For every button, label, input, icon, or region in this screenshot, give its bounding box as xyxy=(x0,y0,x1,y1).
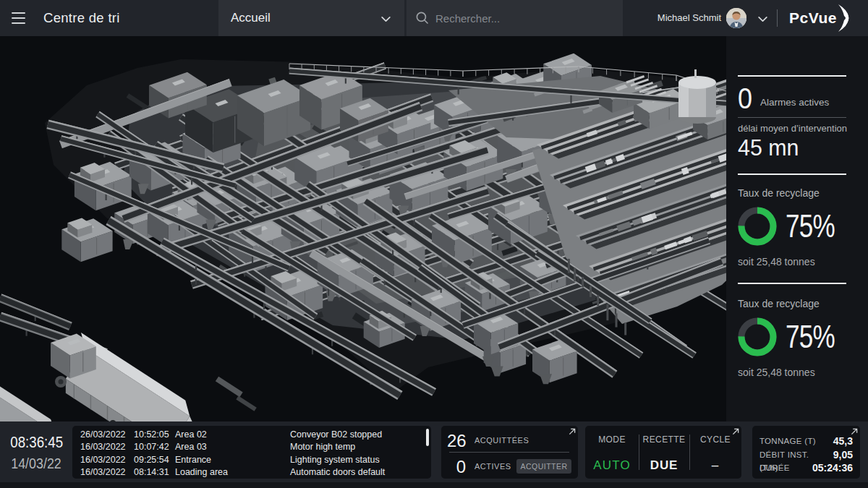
acquitted-label: ACQUITTÉES xyxy=(475,436,529,445)
nav-dropdown-value: Accueil xyxy=(231,0,271,36)
user-chevron-icon[interactable] xyxy=(757,14,768,25)
recette-label: RECETTE xyxy=(639,435,689,445)
tonnage-row: TONNAGE (T) 45,3 xyxy=(760,435,853,449)
alarm-cell-area: Loading area xyxy=(175,466,290,479)
alarm-cell-area: Area 02 xyxy=(175,428,290,441)
search-box xyxy=(407,0,623,36)
pcvue-logo-text: PcVue xyxy=(789,9,837,27)
debit-row: DÉBIT INST. 9,05 xyxy=(760,449,853,463)
nav-dropdown[interactable]: Accueil xyxy=(218,0,404,36)
process-mode-panel: MODE AUTO RECETTE DUE CYCLE – xyxy=(585,426,741,479)
stats-divider-3 xyxy=(738,283,846,284)
mode-value: AUTO xyxy=(585,458,639,473)
duree-value: 05:24:36 xyxy=(812,462,853,474)
cycle-value: – xyxy=(689,458,741,473)
kpi2-title: Taux de recyclage xyxy=(738,298,820,309)
mode-label: MODE xyxy=(585,435,639,445)
debit-value: 9,05 xyxy=(833,449,853,461)
alarm-cell-date: 26/03/2022 xyxy=(80,428,134,441)
counts-divider xyxy=(449,452,569,453)
kpi1-title: Taux de recyclage xyxy=(738,187,820,199)
chevron-down-icon xyxy=(380,14,391,25)
alarm-cell-time: 08:14:31 xyxy=(134,466,175,479)
stats-divider-thin xyxy=(738,117,846,118)
stats-panel: 0 Alarmes actives délai moyen d’interven… xyxy=(726,36,868,421)
kpi1-subtitle: soit 25,48 tonnes xyxy=(738,256,815,267)
recette-value: DUE xyxy=(639,458,689,473)
cycle-label: CYCLE xyxy=(689,435,741,445)
active-alarms-value: 0 xyxy=(738,82,752,115)
alarm-cell-time: 10:07:42 xyxy=(134,441,175,454)
kpi1-donut xyxy=(738,207,777,246)
stats-divider-1 xyxy=(738,75,846,77)
delay-value: 45 mn xyxy=(738,134,799,161)
recette-column: RECETTE DUE xyxy=(639,426,689,479)
alarm-cell-time: 10:52:05 xyxy=(134,428,175,441)
alarm-log-table: 26/03/2022 10:52:05 Area 02 Conveyor B02… xyxy=(80,428,425,479)
footer-bottom-edge xyxy=(0,482,868,488)
alarm-cell-time: 09:25:54 xyxy=(134,453,175,466)
kpi2-percent: 75% xyxy=(786,318,835,356)
alarm-cell-date: 16/03/2022 xyxy=(80,466,134,479)
active-alarms-label: Alarmes actives xyxy=(760,97,829,108)
expand-icon[interactable] xyxy=(851,428,858,435)
user-avatar[interactable] xyxy=(726,8,746,28)
user-name: Michael Schmit xyxy=(658,0,721,36)
alarm-cell-message: Motor high temp xyxy=(290,441,425,454)
alarm-row[interactable]: 16/03/2022 10:07:42 Area 03 Motor high t… xyxy=(80,441,425,454)
expand-icon[interactable] xyxy=(569,428,576,435)
alarm-cell-message: Automatic doors default xyxy=(290,466,425,479)
stats-divider-2 xyxy=(738,174,846,175)
alarm-cell-date: 16/03/2022 xyxy=(80,441,134,454)
clock-date: 14/03/22 xyxy=(10,455,61,472)
search-icon xyxy=(415,11,429,25)
debit-label: DÉBIT INST. xyxy=(760,450,809,459)
alarm-row[interactable]: 16/03/2022 08:14:31 Loading area Automat… xyxy=(80,466,425,479)
cycle-column: CYCLE – xyxy=(689,426,741,479)
top-bar: Centre de tri Accueil Michael Schmit xyxy=(0,0,868,36)
debit-unit-overlap: (T/h) xyxy=(760,463,778,472)
production-totals-panel: TONNAGE (T) 45,3 DÉBIT INST. 9,05 DURÉE … xyxy=(752,426,860,479)
main-area: 0 Alarmes actives délai moyen d’interven… xyxy=(0,36,868,421)
active-count: 0 xyxy=(447,457,466,477)
delay-label: délai moyen d’intervention xyxy=(738,123,847,134)
tonnage-value: 45,3 xyxy=(833,435,853,447)
pcvue-logo-swoosh xyxy=(838,4,854,32)
alarm-cell-message: Conveyor B02 stopped xyxy=(290,428,425,441)
alarm-counts-panel: 26 ACQUITTÉES 0 ACTIVES ACQUITTER xyxy=(441,426,578,479)
alarm-log-panel: 26/03/2022 10:52:05 Area 02 Conveyor B02… xyxy=(72,426,431,479)
active-label: ACTIVES xyxy=(475,462,511,471)
alarm-log-scrollbar[interactable] xyxy=(426,429,429,446)
kpi2-subtitle: soit 25,48 tonnes xyxy=(738,367,815,378)
mode-column: MODE AUTO xyxy=(585,426,639,479)
acknowledge-button[interactable]: ACQUITTER xyxy=(516,459,571,474)
kpi1-percent: 75% xyxy=(786,207,835,245)
alarm-row[interactable]: 26/03/2022 10:52:05 Area 02 Conveyor B02… xyxy=(80,428,425,441)
pcvue-logo: PcVue xyxy=(789,4,853,32)
alarm-cell-area: Entrance xyxy=(175,453,290,466)
app-title: Centre de tri xyxy=(43,0,120,36)
menu-icon[interactable] xyxy=(10,10,27,26)
acquitted-count: 26 xyxy=(447,431,466,451)
pcvue-app: Centre de tri Accueil Michael Schmit xyxy=(0,0,868,488)
kpi2-donut xyxy=(738,317,777,356)
alarm-row[interactable]: 16/03/2022 09:25:54 Entrance Lighting sy… xyxy=(80,453,425,466)
clock-time: 08:36:45 xyxy=(10,433,61,452)
alarm-cell-area: Area 03 xyxy=(175,441,290,454)
alarm-cell-message: Lighting system status xyxy=(290,453,425,466)
topbar-divider xyxy=(777,9,778,27)
search-input[interactable] xyxy=(435,0,609,36)
tonnage-label: TONNAGE (T) xyxy=(760,437,816,445)
duree-row: DURÉE (T/h) 05:24:36 xyxy=(760,462,853,476)
alarm-cell-date: 16/03/2022 xyxy=(80,453,134,466)
